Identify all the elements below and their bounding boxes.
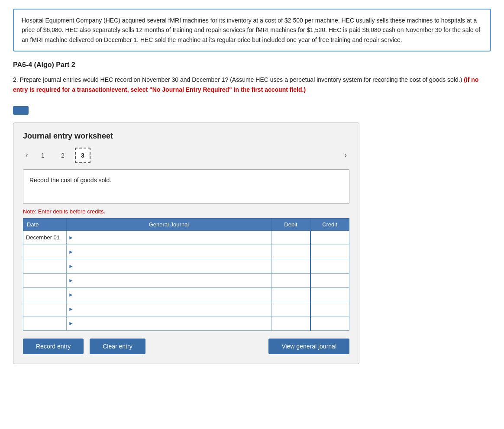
gj-input-3[interactable] — [74, 259, 271, 273]
tab-1[interactable]: 1 — [35, 148, 51, 163]
credit-input-6[interactable] — [313, 302, 349, 316]
worksheet-title: Journal entry worksheet — [23, 132, 349, 141]
section-title: PA6-4 (Algo) Part 2 — [13, 61, 491, 69]
date-cell-6 — [23, 302, 67, 316]
gj-cell-4[interactable]: ► — [67, 273, 271, 287]
debit-input-4[interactable] — [273, 274, 310, 287]
date-cell-5 — [23, 287, 67, 302]
debit-cell-5[interactable] — [271, 287, 310, 302]
credit-input-5[interactable] — [313, 288, 349, 302]
table-row: ► — [23, 316, 349, 330]
credit-input-4[interactable] — [313, 274, 349, 287]
credit-input-2[interactable] — [313, 245, 349, 259]
gj-input-2[interactable] — [74, 245, 271, 259]
col-header-debit: Debit — [271, 218, 310, 230]
debit-input-5[interactable] — [273, 288, 310, 302]
table-row: ► — [23, 302, 349, 316]
debit-input-6[interactable] — [273, 302, 310, 316]
credit-cell-2[interactable] — [310, 245, 349, 259]
gj-cell-3[interactable]: ► — [67, 259, 271, 273]
credit-cell-6[interactable] — [310, 302, 349, 316]
debit-input-2[interactable] — [273, 245, 310, 259]
col-header-gj: General Journal — [67, 218, 271, 230]
credit-input-1[interactable] — [313, 231, 348, 245]
credit-cell-5[interactable] — [310, 287, 349, 302]
gj-cell-7[interactable]: ► — [67, 316, 271, 330]
gj-input-6[interactable] — [74, 302, 271, 316]
question-number: 2. — [13, 76, 18, 83]
clear-entry-button[interactable]: Clear entry — [90, 339, 145, 354]
debit-input-3[interactable] — [273, 259, 310, 273]
journal-table: Date General Journal Debit Credit Decemb… — [23, 218, 349, 331]
table-row: ► — [23, 287, 349, 302]
credit-cell-4[interactable] — [310, 273, 349, 287]
credit-input-3[interactable] — [313, 259, 349, 273]
bottom-buttons: Record entry Clear entry View general jo… — [23, 339, 349, 354]
instruction-box: Record the cost of goods sold. — [23, 169, 349, 204]
view-general-journal-button[interactable]: View general journal — [268, 339, 349, 354]
debit-cell-4[interactable] — [271, 273, 310, 287]
debit-cell-1[interactable] — [271, 230, 310, 245]
gj-input-5[interactable] — [74, 288, 271, 302]
date-cell-3 — [23, 259, 67, 273]
next-tab-arrow[interactable]: › — [342, 150, 349, 161]
date-cell-4 — [23, 273, 67, 287]
credit-cell-3[interactable] — [310, 259, 349, 273]
view-transaction-button[interactable] — [13, 106, 29, 115]
credit-cell-1[interactable] — [310, 230, 349, 245]
col-header-date: Date — [23, 218, 67, 230]
table-row: ► — [23, 273, 349, 287]
tab-navigation: ‹ 1 2 3 › — [23, 148, 349, 163]
gj-input-4[interactable] — [74, 274, 271, 287]
worksheet-card: Journal entry worksheet ‹ 1 2 3 › Record… — [13, 123, 359, 364]
debit-input-1[interactable] — [273, 231, 308, 245]
instruction-text: Record the cost of goods sold. — [29, 177, 111, 184]
tab-3[interactable]: 3 — [75, 148, 90, 163]
gj-cell-5[interactable]: ► — [67, 287, 271, 302]
debit-cell-3[interactable] — [271, 259, 310, 273]
debit-cell-6[interactable] — [271, 302, 310, 316]
credit-input-7[interactable] — [313, 316, 349, 330]
prev-tab-arrow[interactable]: ‹ — [23, 150, 31, 161]
gj-input-1[interactable] — [74, 231, 271, 245]
gj-input-7[interactable] — [74, 316, 271, 330]
debit-input-7[interactable] — [273, 316, 310, 330]
credit-cell-7[interactable] — [310, 316, 349, 330]
table-row: ► — [23, 259, 349, 273]
debit-cell-2[interactable] — [271, 245, 310, 259]
scenario-text: Hospital Equipment Company (HEC) acquire… — [22, 17, 480, 43]
date-cell-2 — [23, 245, 67, 259]
scenario-box: Hospital Equipment Company (HEC) acquire… — [13, 9, 491, 52]
debit-cell-7[interactable] — [271, 316, 310, 330]
date-cell-1: December 01 — [23, 230, 67, 245]
note-text: Note: Enter debits before credits. — [23, 208, 349, 215]
question-text-plain: Prepare journal entries would HEC record… — [20, 76, 462, 83]
col-header-credit: Credit — [310, 218, 349, 230]
question-container: 2. Prepare journal entries would HEC rec… — [13, 75, 491, 94]
tab-2[interactable]: 2 — [55, 148, 71, 163]
table-row: ► — [23, 245, 349, 259]
gj-cell-2[interactable]: ► — [67, 245, 271, 259]
gj-cell-1[interactable]: ► — [67, 230, 271, 245]
gj-cell-6[interactable]: ► — [67, 302, 271, 316]
date-cell-7 — [23, 316, 67, 330]
record-entry-button[interactable]: Record entry — [23, 339, 84, 354]
table-row: December 01 ► — [23, 230, 349, 245]
